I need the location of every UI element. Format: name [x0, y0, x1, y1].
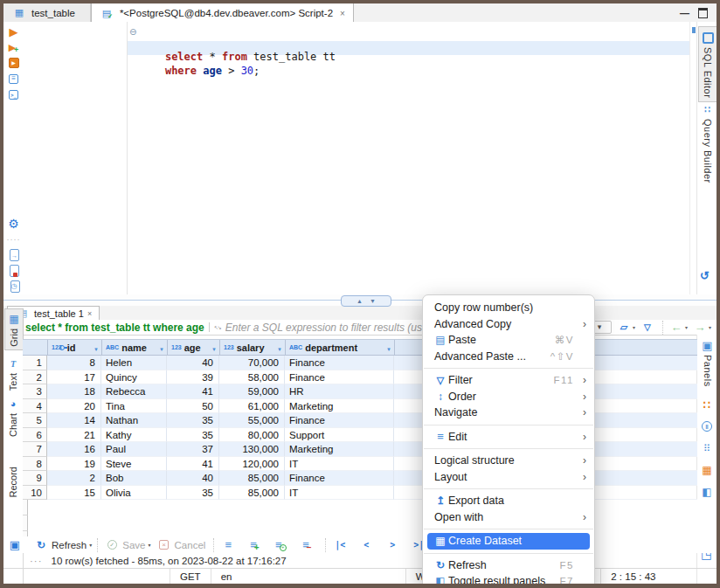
menu-item[interactable]: Layout ›: [423, 469, 594, 486]
cell-salary[interactable]: 55,000: [219, 413, 285, 428]
minimize-icon[interactable]: —: [680, 8, 689, 18]
row-number-cell[interactable]: 9: [23, 471, 47, 486]
cell-salary[interactable]: 85,000: [219, 471, 285, 486]
more-icon[interactable]: ···: [30, 556, 43, 566]
tab-query-builder[interactable]: Query Builder: [698, 99, 717, 187]
row-number-cell[interactable]: 6: [23, 428, 47, 443]
cell-age[interactable]: 50: [167, 399, 219, 414]
cell-department[interactable]: Support: [285, 428, 394, 443]
previous-row-button[interactable]: [358, 538, 379, 552]
table-row[interactable]: 7 16 Paul 37 130,000 Marketing: [23, 442, 697, 457]
menu-item[interactable]: [424, 529, 593, 529]
cell-age[interactable]: 37: [167, 442, 219, 457]
execute-script-button[interactable]: [6, 56, 22, 70]
column-filter-caret-icon[interactable]: [211, 342, 217, 353]
row-number-cell[interactable]: 1: [23, 356, 47, 370]
menu-item[interactable]: [424, 368, 593, 369]
table-row[interactable]: 8 19 Steve 41 120,000 IT: [23, 457, 697, 472]
settings-button[interactable]: [6, 217, 22, 231]
cell-name[interactable]: Helen: [101, 356, 167, 370]
collapse-up-icon[interactable]: ▲: [357, 298, 363, 304]
delete-row-button[interactable]: [299, 538, 320, 552]
row-number-cell[interactable]: 10: [23, 486, 47, 501]
column-header[interactable]: 123 id: [48, 340, 102, 355]
cell-salary[interactable]: 70,000: [219, 356, 285, 370]
tab-chart-view[interactable]: Chart: [4, 394, 22, 439]
menu-item[interactable]: Paste ⌘V: [423, 332, 594, 349]
cell-name[interactable]: Steve: [101, 457, 167, 472]
menu-item[interactable]: Create Dataset: [427, 533, 590, 550]
column-filter-caret-icon[interactable]: [277, 342, 282, 353]
menu-item[interactable]: Refresh F5: [423, 557, 594, 574]
cell-department[interactable]: IT: [285, 457, 394, 472]
cell-salary[interactable]: 130,000: [219, 442, 285, 457]
cell-name[interactable]: Olivia: [101, 486, 167, 501]
grid-corner-cell[interactable]: [23, 340, 48, 355]
calc-panel-button[interactable]: [699, 441, 715, 455]
cell-name[interactable]: Kathy: [101, 428, 167, 443]
load-sql-script-button[interactable]: [6, 248, 22, 262]
statusbar-language[interactable]: en: [211, 569, 353, 584]
cell-department[interactable]: IT: [285, 486, 394, 501]
execute-statement-button[interactable]: [6, 24, 22, 38]
statusbar-get[interactable]: GET: [170, 569, 211, 584]
cancel-button[interactable]: Cancel: [156, 538, 209, 552]
table-row[interactable]: 2 17 Quincy 39 58,000 Finance: [23, 370, 697, 385]
cell-salary[interactable]: 80,000: [219, 428, 285, 443]
menu-item[interactable]: [424, 553, 593, 554]
duplicate-row-button[interactable]: [273, 538, 294, 552]
cell-age[interactable]: 35: [167, 486, 219, 501]
references-panel-button[interactable]: [699, 485, 715, 499]
script-history-button[interactable]: [6, 280, 22, 294]
table-row[interactable]: 3 18 Rebecca 41 59,000 HR: [23, 384, 697, 399]
first-row-button[interactable]: [325, 538, 353, 552]
row-number-cell[interactable]: 4: [23, 399, 47, 414]
tab-panels[interactable]: Panels: [698, 335, 717, 391]
cell-department[interactable]: Finance: [285, 356, 394, 370]
tab-text-view[interactable]: Text: [4, 354, 22, 393]
save-filter-button[interactable]: [640, 321, 656, 335]
add-row-button[interactable]: [246, 538, 267, 552]
execute-in-new-tab-button[interactable]: [6, 40, 22, 54]
history-back-button[interactable]: ▾: [662, 321, 688, 335]
expand-filter-icon[interactable]: ↖↘: [214, 324, 221, 330]
menu-item[interactable]: Open with ›: [423, 509, 594, 526]
column-header[interactable]: 123 salary: [220, 340, 286, 355]
cell-id[interactable]: 18: [47, 384, 101, 399]
row-number-cell[interactable]: 7: [23, 442, 47, 457]
save-button[interactable]: Save ▾: [97, 538, 150, 552]
cell-id[interactable]: 20: [47, 399, 101, 414]
cell-age[interactable]: 39: [167, 370, 219, 385]
cell-name[interactable]: Nathan: [101, 413, 167, 428]
toggle-panel-button[interactable]: [7, 538, 28, 552]
column-header[interactable]: ABC name: [102, 340, 168, 355]
metadata-panel-button[interactable]: [699, 398, 715, 412]
tab-grid-view[interactable]: Grid: [4, 308, 24, 350]
cell-name[interactable]: Paul: [101, 442, 167, 457]
editor-results-splitter[interactable]: ▲ ▼: [3, 294, 717, 306]
cell-department[interactable]: Finance: [285, 370, 394, 385]
menu-item[interactable]: [424, 425, 593, 425]
cell-department[interactable]: HR: [285, 384, 394, 399]
menu-item[interactable]: Order ›: [423, 389, 594, 405]
menu-item[interactable]: Edit ›: [423, 429, 594, 446]
table-row[interactable]: 10 15 Olivia 35 85,000 IT: [23, 486, 697, 501]
cell-salary[interactable]: 58,000: [219, 370, 285, 385]
row-number-cell[interactable]: 8: [23, 457, 47, 472]
cell-id[interactable]: 19: [47, 457, 101, 472]
result-grid[interactable]: 123 id ABC name: [23, 339, 697, 547]
aggregate-panel-button[interactable]: [699, 463, 715, 477]
row-number-cell[interactable]: 5: [23, 413, 47, 428]
cell-id[interactable]: 8: [47, 356, 101, 370]
menu-item[interactable]: [424, 448, 593, 449]
collapse-down-icon[interactable]: ▼: [370, 298, 376, 304]
table-row[interactable]: 9 2 Bob 40 85,000 Finance: [23, 471, 697, 486]
cell-name[interactable]: Bob: [101, 471, 167, 486]
menu-item[interactable]: Advanced Copy ›: [423, 316, 594, 333]
history-forward-button[interactable]: ▾: [692, 321, 711, 335]
cell-id[interactable]: 16: [47, 442, 101, 457]
cell-department[interactable]: Marketing: [285, 399, 394, 414]
cell-name[interactable]: Tina: [101, 399, 167, 414]
cell-salary[interactable]: 61,000: [219, 399, 285, 414]
column-filter-caret-icon[interactable]: [93, 342, 99, 353]
